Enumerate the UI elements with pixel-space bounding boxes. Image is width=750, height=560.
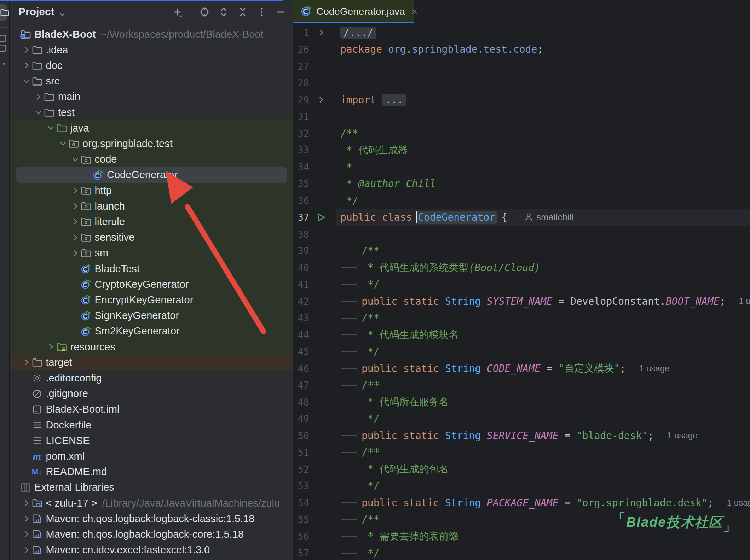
tree-item-external-libraries[interactable]: External Libraries (10, 480, 293, 495)
tree-item-dockerfile[interactable]: Dockerfile (10, 417, 293, 433)
code-line-35[interactable]: 35 * @author Chill (293, 175, 750, 192)
code-line-33[interactable]: 33 * 代码生成器 (293, 142, 750, 159)
tree-item-sm2keygenerator[interactable]: Sm2KeyGenerator (10, 323, 293, 339)
code-line-40[interactable]: 40 * 代码生成的系统类型(Boot/Cloud) (293, 259, 750, 276)
chevron-right-icon[interactable] (70, 217, 81, 226)
more-options-icon[interactable] (256, 6, 267, 18)
tree-item-doc[interactable]: doc (10, 58, 293, 73)
tree-item-readme-md[interactable]: M↓README.md (10, 464, 293, 480)
chevron-down-icon[interactable] (33, 108, 44, 117)
code-line-28[interactable]: 28 (293, 75, 750, 92)
code-line-44[interactable]: 44 * 代码生成的模块名 (293, 326, 750, 343)
tree-item-maven-ch-qos-logback-logback-core-1-5-18[interactable]: Maven: ch.qos.logback:logback-core:1.5.1… (10, 526, 293, 542)
tree-item-sensitive[interactable]: sensitive (10, 230, 293, 245)
collapse-all-icon[interactable] (237, 6, 248, 18)
usages-inlay[interactable]: 1 usage (739, 296, 750, 306)
tree-item-sm[interactable]: sm (10, 245, 293, 261)
code-line-50[interactable]: 50public static String SERVICE_NAME = "b… (293, 427, 750, 444)
tree-item-literule[interactable]: literule (10, 214, 293, 229)
tool-window-stripe[interactable] (0, 0, 10, 560)
more-tools-dot-icon[interactable] (3, 63, 5, 65)
code-line-36[interactable]: 36 */ (293, 192, 750, 209)
tree-item-maven-cn-idev-excel-fastexcel-1-3-0[interactable]: Maven: cn.idev.excel:fastexcel:1.3.0 (10, 542, 293, 558)
chevron-down-icon[interactable] (58, 11, 66, 20)
chevron-right-icon[interactable] (70, 249, 81, 258)
tree-item-main[interactable]: main (10, 89, 293, 105)
chevron-down-icon[interactable] (46, 123, 56, 133)
tree-item-bladex-boot[interactable]: BladeX-Boot~/Workspaces/product/BladeX-B… (10, 27, 293, 42)
chevron-down-icon[interactable] (70, 155, 81, 164)
tree-item-encryptkeygenerator[interactable]: EncryptKeyGenerator (10, 292, 293, 308)
tree-item-editorconfig[interactable]: .editorconfig (10, 370, 293, 386)
code-line-31[interactable]: 31 (293, 108, 750, 125)
tree-item-test[interactable]: test (10, 105, 293, 120)
tree-item-launch[interactable]: launch (10, 198, 293, 214)
code-line-38[interactable]: 38 (293, 226, 750, 243)
code-line-51[interactable]: 51/** (293, 444, 750, 461)
code-line-1[interactable]: 1/.../ (293, 24, 750, 41)
code-line-52[interactable]: 52 * 代码生成的包名 (293, 461, 750, 478)
tree-item-org-springblade-test[interactable]: org.springblade.test (10, 136, 293, 151)
run-gutter-icon[interactable] (313, 209, 329, 226)
fold-chevron-icon[interactable] (313, 91, 329, 108)
code-line-47[interactable]: 47/** (293, 377, 750, 394)
tree-item-bladex-boot-iml[interactable]: BladeX-Boot.iml (10, 402, 293, 417)
chevron-right-icon[interactable] (21, 61, 32, 70)
chevron-right-icon[interactable] (21, 530, 32, 539)
code-line-53[interactable]: 53 */ (293, 478, 750, 495)
chevron-right-icon[interactable] (21, 358, 32, 367)
chevron-down-icon[interactable] (21, 77, 32, 86)
code-line-43[interactable]: 43/** (293, 310, 750, 327)
chevron-right-icon[interactable] (33, 92, 44, 101)
tree-item-java[interactable]: java (10, 120, 293, 136)
tree-item-bladetest[interactable]: BladeTest (10, 261, 293, 276)
chevron-right-icon[interactable] (46, 342, 56, 351)
code-line-41[interactable]: 41 */ (293, 276, 750, 293)
tree-item-zulu-17[interactable]: < zulu-17 >/Library/Java/JavaVirtualMach… (10, 495, 293, 511)
code-line-26[interactable]: 26package org.springblade.test.code; (293, 41, 750, 58)
code-line-37[interactable]: 37public class CodeGenerator { smallchil… (293, 209, 750, 226)
tree-item-codegenerator[interactable]: CodeGenerator (10, 167, 293, 183)
tree-item-http[interactable]: http (10, 183, 293, 198)
tree-item-pom-xml[interactable]: mpom.xml (10, 448, 293, 464)
fold-chevron-icon[interactable] (313, 24, 329, 41)
chevron-right-icon[interactable] (21, 546, 32, 555)
chevron-right-icon[interactable] (21, 498, 32, 508)
code-line-48[interactable]: 48 * 代码所在服务名 (293, 393, 750, 410)
chevron-right-icon[interactable] (70, 233, 81, 242)
hide-panel-icon[interactable] (275, 6, 287, 18)
tree-item-idea[interactable]: .idea (10, 42, 293, 58)
usages-inlay[interactable]: 1 usage (727, 498, 750, 508)
code-line-27[interactable]: 27 (293, 58, 750, 75)
chevron-right-icon[interactable] (70, 186, 81, 195)
tree-item-code[interactable]: code (10, 152, 293, 167)
tree-item-resources[interactable]: resources (10, 339, 293, 355)
tree-item-signkeygenerator[interactable]: SignKeyGenerator (10, 308, 293, 323)
commit-tool-icon[interactable] (0, 34, 6, 55)
code-line-54[interactable]: 54public static String PACKAGE_NAME = "o… (293, 494, 750, 511)
editor-tab-codegenerator[interactable]: CodeGenerator.java × (293, 0, 414, 23)
locate-file-icon[interactable] (199, 6, 210, 18)
chevron-right-icon[interactable] (21, 45, 32, 54)
project-tool-icon[interactable] (0, 4, 7, 21)
code-line-34[interactable]: 34 * (293, 158, 750, 175)
code-line-29[interactable]: 29import ... (293, 91, 750, 108)
tree-item-partial[interactable] (10, 558, 293, 560)
add-icon[interactable] (172, 6, 183, 18)
tree-item-target[interactable]: target (10, 355, 293, 370)
code-line-49[interactable]: 49 */ (293, 410, 750, 427)
chevron-down-icon[interactable] (58, 139, 68, 148)
code-line-45[interactable]: 45 */ (293, 343, 750, 360)
chevron-right-icon[interactable] (21, 514, 32, 523)
tree-item-src[interactable]: src (10, 74, 293, 89)
tab-close-icon[interactable]: × (411, 6, 418, 18)
editor-area[interactable]: CodeGenerator.java × 1/.../26package org… (293, 0, 750, 560)
code-line-46[interactable]: 46public static String CODE_NAME = "自定义模… (293, 360, 750, 377)
code-line-39[interactable]: 39/** (293, 243, 750, 259)
code-line-32[interactable]: 32/** (293, 125, 750, 142)
tree-item-maven-ch-qos-logback-logback-classic-1-5-18[interactable]: Maven: ch.qos.logback:logback-classic:1.… (10, 511, 293, 526)
usages-inlay[interactable]: 1 usage (639, 363, 669, 373)
usages-inlay[interactable]: 1 usage (667, 431, 697, 441)
code-line-42[interactable]: 42public static String SYSTEM_NAME = Dev… (293, 293, 750, 310)
author-inlay[interactable]: smallchill (524, 212, 573, 223)
